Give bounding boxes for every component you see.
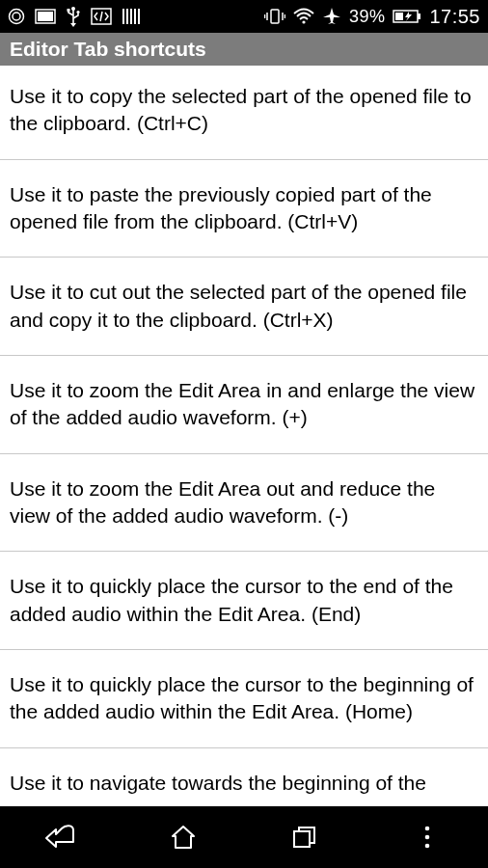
- status-right: 39% 17:55: [264, 6, 480, 28]
- navigation-bar: [0, 806, 488, 868]
- page-title: Editor Tab shortcuts: [10, 38, 206, 61]
- list-item[interactable]: Use it to copy the selected part of the …: [0, 66, 488, 160]
- recent-apps-button[interactable]: [244, 806, 366, 868]
- status-left: [8, 6, 141, 27]
- list-item-text: Use it to zoom the Edit Area in and enla…: [10, 379, 474, 428]
- list-item-text: Use it to quickly place the cursor to th…: [10, 673, 474, 722]
- back-button[interactable]: [0, 806, 122, 868]
- svg-rect-6: [68, 9, 70, 12]
- svg-point-20: [302, 20, 305, 23]
- list-item-text: Use it to cut out the selected part of t…: [10, 281, 467, 330]
- battery-percentage: 39%: [349, 7, 386, 27]
- svg-point-26: [424, 835, 429, 840]
- svg-rect-15: [271, 10, 279, 23]
- record-icon: [8, 8, 25, 25]
- list-item-text: Use it to navigate towards the beginning…: [10, 772, 426, 794]
- list-item-text: Use it to zoom the Edit Area out and red…: [10, 477, 435, 527]
- code-icon: [91, 8, 112, 25]
- shortcut-list[interactable]: Use it to copy the selected part of the …: [0, 66, 488, 806]
- list-item[interactable]: Use it to cut out the selected part of t…: [0, 258, 488, 356]
- usb-icon: [66, 6, 81, 27]
- svg-rect-24: [294, 831, 310, 847]
- list-item-text: Use it to paste the previously copied pa…: [10, 183, 432, 232]
- list-item[interactable]: Use it to quickly place the cursor to th…: [0, 650, 488, 748]
- list-item[interactable]: Use it to zoom the Edit Area out and red…: [0, 454, 488, 553]
- vibrate-icon: [264, 8, 285, 25]
- card-icon: [35, 9, 56, 24]
- svg-point-0: [10, 10, 24, 24]
- svg-rect-11: [126, 9, 128, 24]
- svg-rect-12: [130, 9, 132, 24]
- list-item-text: Use it to quickly place the cursor to th…: [10, 575, 453, 624]
- svg-rect-10: [122, 9, 124, 24]
- battery-icon: [393, 9, 421, 24]
- svg-rect-22: [418, 14, 420, 19]
- wifi-icon: [293, 8, 314, 25]
- list-item[interactable]: Use it to quickly place the cursor to th…: [0, 552, 488, 650]
- svg-point-25: [424, 827, 429, 831]
- list-item[interactable]: Use it to zoom the Edit Area in and enla…: [0, 356, 488, 454]
- home-button[interactable]: [122, 806, 245, 868]
- list-item-text: Use it to copy the selected part of the …: [10, 85, 472, 134]
- svg-point-27: [424, 844, 429, 849]
- list-item[interactable]: Use it to paste the previously copied pa…: [0, 160, 488, 258]
- menu-button[interactable]: [366, 806, 489, 868]
- barcode-icon: [122, 8, 141, 25]
- status-bar: 39% 17:55: [0, 0, 488, 33]
- svg-rect-14: [138, 9, 140, 24]
- svg-point-1: [13, 13, 20, 20]
- svg-line-9: [100, 12, 102, 21]
- list-item[interactable]: Use it to navigate towards the beginning…: [0, 748, 488, 802]
- clock: 17:55: [429, 6, 480, 28]
- svg-rect-23: [395, 13, 403, 20]
- svg-rect-3: [38, 12, 53, 21]
- airplane-icon: [322, 7, 341, 26]
- app-header: Editor Tab shortcuts: [0, 33, 488, 66]
- svg-point-7: [76, 11, 79, 14]
- svg-rect-13: [134, 9, 136, 24]
